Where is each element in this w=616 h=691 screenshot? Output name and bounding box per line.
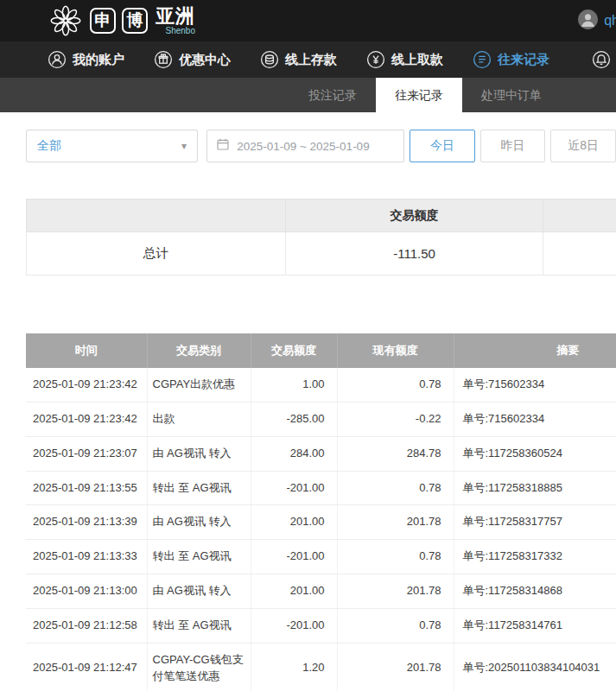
nav-item-deposit[interactable]: 线上存款 [260,50,337,69]
main-nav: 我的账户 优惠中心 线上存款 线上取款 [0,41,616,78]
nav-item-transaction-records[interactable]: 往来记录 [473,50,549,69]
summary-total-row: 总计 -111.50 [27,232,616,276]
table-row: 2025-01-09 21:23:42CGPAY出款优惠1.000.78单号:7… [26,368,616,402]
col-header-time: 时间 [26,333,147,368]
cell-time: 2025-01-09 21:13:55 [26,471,147,505]
cell-balance: 0.78 [337,368,454,402]
logo[interactable]: 申 博 亚洲 Shenbo [48,3,195,39]
cell-amount: -201.00 [251,608,337,643]
col-header-amount: 交易额度 [251,333,337,368]
cell-balance: 201.78 [337,574,454,609]
date-range-value: 2025-01-09 ~ 2025-01-09 [237,140,370,153]
username-text: qh [604,13,616,29]
cell-type: 由 AG视讯 转入 [147,574,251,609]
quick-filter-today[interactable]: 今日 [410,130,475,162]
cell-amount: -201.00 [251,471,337,505]
logo-char-shen: 申 [90,8,116,34]
cell-balance: 0.78 [337,540,454,574]
summary-table: 交易额度 总计 -111.50 [26,199,616,276]
cell-balance: 201.78 [337,643,454,691]
filter-bar: 全部 ▾ 2025-01-09 ~ 2025-01-09 今日 昨日 近8日 [26,130,616,162]
cell-summary: 单号:202501103834104031 [454,643,616,691]
nav-label: 往来记录 [498,52,549,68]
col-header-balance: 现有额度 [337,333,454,368]
avatar-icon [577,9,599,34]
cell-time: 2025-01-09 21:12:58 [26,608,147,643]
col-header-summary: 摘要 [454,333,616,368]
logo-subtitle: Shenbo [166,27,195,35]
table-row: 2025-01-09 21:13:55转出 至 AG视讯-201.000.78单… [26,471,616,505]
records-icon [473,50,492,69]
user-account[interactable]: qh [577,9,616,34]
notifications-button[interactable] [592,50,611,73]
nav-label: 线上存款 [285,52,337,68]
table-row: 2025-01-09 21:13:39由 AG视讯 转入201.00201.78… [26,505,616,540]
cell-summary: 单号:117258360524 [454,436,616,471]
type-select[interactable]: 全部 ▾ [26,130,198,162]
cell-type: 由 AG视讯 转入 [147,505,251,540]
logo-region-text: 亚洲 [156,7,195,26]
records-tabbar: 投注记录 往来记录 处理中订单 [0,78,616,112]
flower-logo-icon [48,3,84,39]
cell-time: 2025-01-09 21:23:42 [26,368,147,402]
records-table: 时间 交易类别 交易额度 现有额度 摘要 2025-01-09 21:23:42… [26,333,616,691]
records-header-row: 时间 交易类别 交易额度 现有额度 摘要 [26,333,616,368]
cell-balance: 201.78 [337,505,454,540]
nav-item-promotions[interactable]: 优惠中心 [154,50,231,69]
cell-type: 出款 [147,402,251,436]
cell-balance: 284.78 [337,436,454,471]
tab-betting-records[interactable]: 投注记录 [289,78,376,112]
summary-total-label: 总计 [27,232,286,276]
quick-filter-yesterday[interactable]: 昨日 [480,130,546,162]
top-header: 申 博 亚洲 Shenbo qh [0,0,616,41]
cell-amount: 284.00 [251,436,337,471]
col-header-type: 交易类别 [147,333,251,368]
cell-time: 2025-01-09 21:23:07 [26,436,147,471]
quick-filter-last-8-days[interactable]: 近8日 [550,130,616,162]
cell-type: CGPAY出款优惠 [147,368,251,402]
cell-summary: 单号:117258314868 [454,574,616,609]
table-row: 2025-01-09 21:23:07由 AG视讯 转入284.00284.78… [26,436,616,471]
cell-type: 转出 至 AG视讯 [147,471,251,505]
cell-balance: -0.22 [337,402,454,436]
cell-summary: 单号:117258317332 [454,540,616,574]
summary-total-value: -111.50 [286,232,543,276]
cell-time: 2025-01-09 21:13:33 [26,540,147,574]
cell-time: 2025-01-09 21:13:39 [26,505,147,540]
cell-type: CGPAY-CG钱包支付笔笔送优惠 [147,643,251,691]
cell-time: 2025-01-09 21:13:00 [26,574,147,609]
cell-summary: 单号:715602334 [454,368,616,402]
nav-item-my-account[interactable]: 我的账户 [48,50,124,69]
table-row: 2025-01-09 21:13:33转出 至 AG视讯-201.000.78单… [26,540,616,574]
account-icon [48,50,67,69]
cell-type: 转出 至 AG视讯 [147,608,251,643]
cell-balance: 0.78 [337,608,454,643]
type-select-value: 全部 [37,138,61,154]
promo-icon [154,50,173,69]
cell-type: 由 AG视讯 转入 [147,436,251,471]
cell-amount: -285.00 [251,402,337,436]
tab-processing-orders[interactable]: 处理中订单 [462,78,561,112]
cell-summary: 单号:715602334 [454,402,616,436]
tab-transaction-records[interactable]: 往来记录 [376,78,462,112]
chevron-down-icon: ▾ [181,140,187,152]
table-row: 2025-01-09 21:12:58转出 至 AG视讯-201.000.78单… [26,608,616,643]
nav-label: 我的账户 [73,52,124,68]
cell-amount: 1.00 [251,368,337,402]
cell-summary: 单号:117258317757 [454,505,616,540]
cell-amount: -201.00 [251,540,337,574]
logo-char-bo: 博 [122,8,148,34]
cell-summary: 单号:117258314761 [454,608,616,643]
calendar-icon [216,137,230,155]
cell-balance: 0.78 [337,471,454,505]
table-row: 2025-01-09 21:12:47CGPAY-CG钱包支付笔笔送优惠1.20… [26,643,616,691]
summary-header-empty [27,200,286,232]
summary-header-amount: 交易额度 [286,200,543,232]
table-row: 2025-01-09 21:23:42出款-285.00-0.22单号:7156… [26,402,616,436]
nav-item-withdrawal[interactable]: 线上取款 [366,50,443,69]
date-range-input[interactable]: 2025-01-09 ~ 2025-01-09 [206,130,404,162]
cell-amount: 201.00 [251,505,337,540]
cell-time: 2025-01-09 21:23:42 [26,402,147,436]
cell-time: 2025-01-09 21:12:47 [26,643,147,691]
cell-amount: 201.00 [251,574,337,609]
